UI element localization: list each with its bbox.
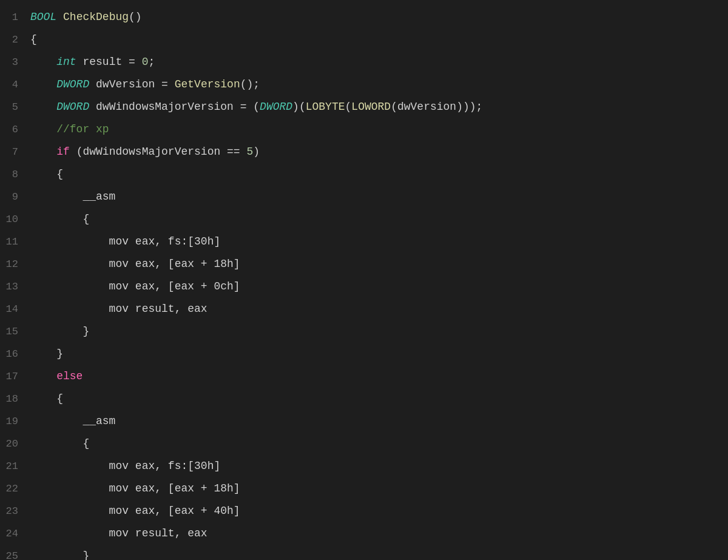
token: if [56,146,70,158]
code-line: 6 //for xp [0,118,728,141]
token: { [30,393,63,405]
token: (dwVersion))); [391,101,482,113]
code-line: 2{ [0,29,728,51]
line-content: { [30,433,716,454]
code-line: 23 mov eax, [eax + 40h] [0,500,728,522]
line-content: mov eax, [eax + 18h] [30,253,716,275]
token: GetVersion [175,78,240,90]
code-line: 4 DWORD dwVersion = GetVersion(); [0,73,728,96]
line-content: mov eax, fs:[30h] [30,455,716,477]
code-line: 22 mov eax, [eax + 18h] [0,477,728,500]
token: DWORD [56,78,89,90]
code-line: 11 mov eax, fs:[30h] [0,231,728,253]
token: __asm [30,415,115,427]
line-number: 23 [0,501,30,522]
line-content: else [30,365,716,387]
line-content: DWORD dwVersion = GetVersion(); [30,73,716,95]
line-content: DWORD dwWindowsMajorVersion = (DWORD)(LO… [30,96,716,118]
token: )( [292,101,306,113]
code-line: 13 mov eax, [eax + 0ch] [0,275,728,298]
code-line: 25 } [0,545,728,560]
token: BOOL [30,11,56,23]
code-line: 24 mov result, eax [0,522,728,545]
line-number: 25 [0,545,30,560]
line-number: 8 [0,164,30,186]
token: mov eax, fs:[30h] [30,460,220,472]
line-content: BOOL CheckDebug() [30,6,716,28]
token: ; [148,56,155,68]
code-line: 16 } [0,343,728,365]
line-number: 16 [0,343,30,365]
token: mov eax, [eax + 40h] [30,505,240,517]
token: mov eax, [eax + 18h] [30,482,240,494]
code-line: 3 int result = 0; [0,51,728,73]
line-content: __asm [30,186,716,207]
token: result = [76,56,142,68]
code-line: 21 mov eax, fs:[30h] [0,455,728,477]
code-line: 14 mov result, eax [0,298,728,320]
line-content: mov result, eax [30,522,716,544]
code-line: 12 mov eax, [eax + 18h] [0,253,728,275]
token: mov eax, [eax + 0ch] [30,280,240,292]
code-line: 15 } [0,320,728,343]
token: 5 [246,146,253,158]
code-line: 5 DWORD dwWindowsMajorVersion = (DWORD)(… [0,96,728,118]
line-number: 20 [0,433,30,455]
line-content: } [30,343,716,365]
line-number: 1 [0,7,30,29]
token: mov eax, fs:[30h] [30,235,220,248]
token [30,56,56,68]
line-number: 24 [0,523,30,545]
line-number: 11 [0,231,30,253]
token: CheckDebug [63,11,129,23]
code-line: 7 if (dwWindowsMajorVersion == 5) [0,141,728,163]
token [30,101,56,113]
line-number: 6 [0,119,30,141]
line-number: 9 [0,186,30,208]
token: 0 [142,56,149,68]
token [30,146,56,158]
line-content: } [30,545,716,560]
line-number: 22 [0,478,30,500]
token: () [129,11,142,23]
token: { [30,213,89,225]
code-line: 19 __asm [0,410,728,433]
line-content: { [30,163,716,185]
token: (); [240,78,260,90]
token: dwWindowsMajorVersion = ( [89,101,260,113]
line-content: mov result, eax [30,298,716,320]
code-line: 8 { [0,163,728,186]
line-content: mov eax, [eax + 18h] [30,477,716,499]
code-line: 18 { [0,388,728,410]
line-content: } [30,320,716,342]
code-editor: 1BOOL CheckDebug()2{3 int result = 0;4 D… [0,0,728,560]
token [56,11,63,23]
token: mov result, eax [30,303,207,315]
line-content: { [30,29,716,50]
token: ( [345,101,352,113]
token: else [56,370,83,382]
code-line: 9 __asm [0,186,728,208]
line-number: 17 [0,366,30,388]
line-number: 21 [0,456,30,477]
token: ) [253,146,260,158]
token [30,370,56,382]
line-number: 15 [0,321,30,343]
code-line: 20 { [0,433,728,455]
token: { [30,168,63,180]
line-content: int result = 0; [30,51,716,73]
line-number: 19 [0,411,30,433]
token: DWORD [260,101,292,113]
line-number: 4 [0,74,30,96]
code-line: 1BOOL CheckDebug() [0,6,728,29]
line-number: 7 [0,141,30,163]
token: mov result, eax [30,527,207,539]
line-content: { [30,388,716,410]
token [30,123,56,135]
token: int [56,56,76,68]
line-number: 14 [0,299,30,320]
line-number: 12 [0,254,30,275]
line-number: 18 [0,388,30,410]
token: //for xp [56,123,109,135]
line-content: { [30,208,716,230]
